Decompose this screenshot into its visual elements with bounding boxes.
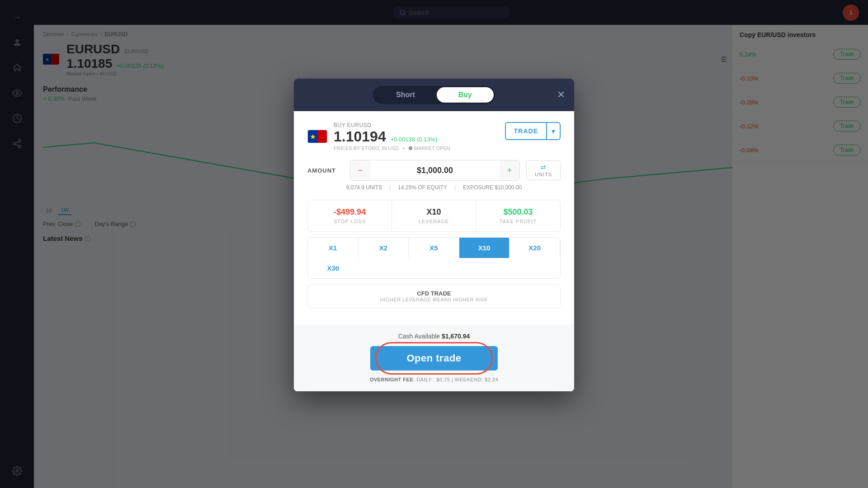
cash-available: Cash Available $1,670.94 xyxy=(307,333,561,340)
overnight-weekend: WEEKEND: $2.24 xyxy=(455,377,498,382)
equity-info: 14.25% OF EQUITY xyxy=(398,184,447,191)
overnight-fee: OVERNIGHT FEE: DAILY : $0.75 | WEEKEND: … xyxy=(307,377,561,382)
stop-loss-label: STOP LOSS xyxy=(308,219,392,224)
overnight-daily: DAILY : $0.75 xyxy=(416,377,450,382)
modal-header: Short Buy ✕ xyxy=(294,79,574,111)
trade-dropdown-arrow[interactable]: ▾ xyxy=(546,123,560,139)
amount-increase-button[interactable]: + xyxy=(500,160,519,180)
stop-loss-value: -$499.94 xyxy=(308,207,392,217)
leverage-row: X1 X2 X5 X10 X20 X30 xyxy=(307,237,561,279)
leverage-x2[interactable]: X2 xyxy=(359,238,409,258)
amount-info: 9,074.9 UNITS | 14.25% OF EQUITY | EXPOS… xyxy=(307,184,561,191)
tab-group: Short Buy xyxy=(373,86,495,104)
open-trade-wrapper: Open trade xyxy=(307,346,561,371)
buy-price: 1.10194 xyxy=(334,129,386,144)
amount-row: AMOUNT − + ⇄ UNITS xyxy=(307,160,561,181)
leverage-cell: X10 LEVERAGE xyxy=(392,200,476,231)
modal-footer: Cash Available $1,670.94 Open trade OVER… xyxy=(294,324,574,391)
buy-asset-info: ★ BUY EURUSD 1.10194 +0.00138 (0.13%) PR… xyxy=(307,122,450,151)
buy-header: ★ BUY EURUSD 1.10194 +0.00138 (0.13%) PR… xyxy=(307,122,561,151)
cfd-notice: CFD TRADE HIGHER LEVERAGE MEANS HIGHER R… xyxy=(307,284,561,308)
amount-label: AMOUNT xyxy=(307,167,344,174)
leverage-x30[interactable]: X30 xyxy=(308,258,359,278)
sl-tp-grid: -$499.94 STOP LOSS X10 LEVERAGE $500.03 … xyxy=(307,200,561,232)
buy-flag: ★ xyxy=(307,130,327,143)
leverage-label: LEVERAGE xyxy=(392,219,476,224)
leverage-x10[interactable]: X10 xyxy=(459,238,510,258)
stop-loss-cell[interactable]: -$499.94 STOP LOSS xyxy=(308,200,392,231)
tab-buy[interactable]: Buy xyxy=(437,87,494,103)
close-button[interactable]: ✕ xyxy=(557,90,565,100)
amount-input[interactable] xyxy=(370,160,500,180)
trade-modal: Short Buy ✕ ★ BUY EURUSD xyxy=(294,79,574,391)
leverage-x20[interactable]: X20 xyxy=(509,238,560,258)
exposure-info: EXPOSURE $10,000.00 xyxy=(463,184,522,191)
amount-control: − + xyxy=(350,160,520,181)
cfd-sub: HIGHER LEVERAGE MEANS HIGHER RISK xyxy=(313,297,555,302)
take-profit-value: $500.03 xyxy=(476,207,560,217)
take-profit-cell[interactable]: $500.03 TAKE PROFIT xyxy=(476,200,560,231)
cfd-title: CFD TRADE xyxy=(313,290,555,297)
tab-short[interactable]: Short xyxy=(374,87,437,103)
buy-details: BUY EURUSD 1.10194 +0.00138 (0.13%) PRIC… xyxy=(334,122,450,151)
take-profit-label: TAKE PROFIT xyxy=(476,219,560,224)
units-button[interactable]: ⇄ UNITS xyxy=(526,160,561,180)
buy-label: BUY EURUSD xyxy=(334,122,450,128)
units-label: UNITS xyxy=(535,172,552,177)
trade-dropdown[interactable]: TRADE ▾ xyxy=(505,122,561,140)
overnight-fee-label: OVERNIGHT FEE xyxy=(370,377,413,382)
trade-dropdown-label: TRADE xyxy=(506,127,546,135)
leverage-value: X10 xyxy=(392,207,476,217)
units-info: 9,074.9 UNITS xyxy=(346,184,382,191)
buy-price-change: +0.00138 (0.13%) xyxy=(391,136,438,143)
buy-meta: PRICES BY ETORO, IN USD • MARKET OPEN xyxy=(334,145,450,151)
open-trade-button[interactable]: Open trade xyxy=(370,346,497,371)
modal-backdrop: Short Buy ✕ ★ BUY EURUSD xyxy=(0,0,868,488)
modal-body: ★ BUY EURUSD 1.10194 +0.00138 (0.13%) PR… xyxy=(294,111,574,324)
amount-decrease-button[interactable]: − xyxy=(350,160,370,180)
leverage-x1[interactable]: X1 xyxy=(308,238,359,258)
units-arrows-icon: ⇄ xyxy=(541,164,546,171)
leverage-x5[interactable]: X5 xyxy=(409,238,459,258)
